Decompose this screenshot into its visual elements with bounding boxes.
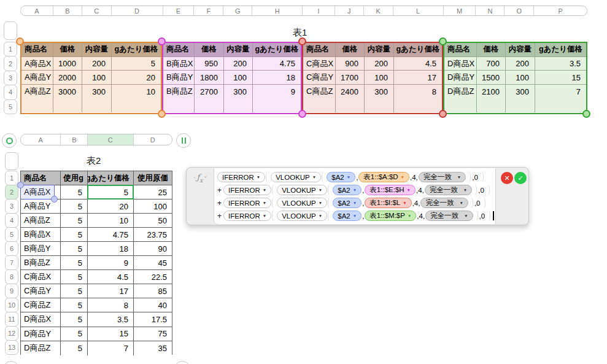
cell[interactable]: 200	[506, 57, 535, 71]
cell[interactable]: B商品Y	[163, 71, 195, 85]
cell[interactable]: 85	[134, 284, 172, 298]
cell[interactable]: 40	[134, 298, 172, 312]
cell[interactable]: B商品X	[21, 228, 61, 242]
row-number[interactable]: 10	[5, 298, 18, 312]
formula-input-area[interactable]: IFERROR▼ VLOOKUP▼ $A2▼ , 表1::$A:$D▼ ,4, …	[214, 168, 496, 224]
cell[interactable]: 5	[61, 341, 88, 355]
column-letter[interactable]: H	[252, 6, 302, 15]
cell[interactable]: B商品Y	[21, 242, 61, 256]
cell-reference-token[interactable]: $A2▼	[333, 185, 361, 195]
cell[interactable]: 2400	[336, 85, 365, 99]
cell[interactable]: 900	[336, 57, 365, 71]
column-letter[interactable]: N	[475, 6, 504, 15]
cell[interactable]: A商品Z	[21, 214, 61, 228]
column-letter[interactable]: D	[133, 134, 172, 145]
cell[interactable]: B商品Z	[163, 85, 195, 99]
cell[interactable]: 17	[394, 71, 442, 85]
cell[interactable]: 5	[61, 298, 88, 312]
row-number[interactable]: 1	[5, 171, 18, 185]
cell[interactable]: 200	[224, 57, 253, 71]
cell[interactable]: 200	[365, 57, 394, 71]
cell[interactable]: 100	[134, 199, 172, 214]
cell[interactable]: D商品Z	[444, 85, 477, 99]
function-token[interactable]: VLOOKUP▼	[277, 185, 327, 195]
cell[interactable]: D商品X	[21, 312, 61, 327]
cell[interactable]: 4.75	[253, 57, 301, 71]
row-number[interactable]: 11	[5, 312, 18, 327]
cell[interactable]: 9	[88, 256, 134, 270]
function-token[interactable]: VLOOKUP▼	[277, 211, 327, 221]
cell[interactable]: 200	[82, 57, 112, 71]
cell[interactable]: 18	[253, 71, 301, 85]
cell-reference-token[interactable]: $A2▼	[333, 198, 361, 208]
cell[interactable]: 8	[88, 298, 134, 312]
cell-reference-token[interactable]: $A2▼	[327, 172, 355, 182]
formula-line-1[interactable]: IFERROR▼ VLOOKUP▼ $A2▼ , 表1::$A:$D▼ ,4, …	[217, 171, 495, 184]
cell[interactable]: C商品Y	[21, 284, 61, 298]
row-number[interactable]: 5	[4, 99, 17, 114]
column-letter[interactable]: I	[302, 6, 334, 15]
function-token[interactable]: IFERROR▼	[223, 211, 271, 221]
column-letter[interactable]: D	[111, 6, 163, 15]
cell[interactable]: A商品Y	[21, 71, 53, 85]
range-reference-token[interactable]: 表1::$I:$L▼	[365, 198, 411, 208]
cell[interactable]: 18	[88, 242, 134, 256]
table1-row-gutter[interactable]: 12345	[4, 42, 17, 114]
row-number[interactable]: 2	[4, 56, 17, 71]
cancel-button[interactable]: ✕	[501, 172, 513, 184]
column-letter[interactable]: K	[363, 6, 393, 15]
cell[interactable]: 23.75	[134, 228, 172, 242]
cell[interactable]: 5	[61, 199, 88, 214]
row-number[interactable]: 5	[5, 227, 18, 242]
cell[interactable]: 3.5	[88, 312, 134, 327]
cell[interactable]: 10	[112, 85, 161, 99]
cell[interactable]: 10	[88, 214, 134, 228]
column-letter[interactable]: L	[393, 6, 443, 15]
formula-line-3[interactable]: + IFERROR▼ VLOOKUP▼ $A2▼ , 表1::$I:$L▼ ,4…	[217, 196, 495, 209]
selection-handle-green[interactable]	[582, 110, 590, 118]
match-type-token[interactable]: 完全一致▼	[425, 185, 472, 195]
column-letter[interactable]: B	[60, 134, 87, 145]
cell[interactable]: 2700	[195, 85, 224, 99]
table1-group-c[interactable]: 商品名 価格 内容量 gあたり価格 C商品X 900 200 4.5 C商品Y …	[302, 42, 443, 114]
row-number[interactable]: 8	[5, 269, 18, 284]
cell[interactable]: 5	[112, 57, 161, 71]
table2-gutter-corner[interactable]	[5, 152, 18, 170]
function-token[interactable]: IFERROR▼	[223, 198, 271, 208]
column-letter[interactable]: C	[82, 6, 111, 15]
range-reference-token[interactable]: 表1::$M:$P▼	[365, 211, 416, 221]
row-number[interactable]: 7	[5, 255, 18, 270]
formula-editor[interactable]: · ƒx ˅ IFERROR▼ VLOOKUP▼ $A2▼ , 表1::$A:$…	[186, 167, 529, 225]
cell[interactable]: 3.5	[535, 57, 586, 71]
fx-menu[interactable]: · ƒx ˅	[187, 168, 214, 225]
cell[interactable]: 100	[82, 71, 112, 85]
row-number[interactable]: 13	[5, 340, 18, 355]
cell[interactable]: 90	[134, 242, 172, 256]
column-letter[interactable]: B	[53, 6, 82, 15]
cell[interactable]: 20	[112, 71, 161, 85]
column-letter[interactable]: G	[223, 6, 252, 15]
column-letter[interactable]: A	[21, 6, 53, 15]
cell[interactable]: B商品Z	[21, 256, 61, 270]
match-type-token[interactable]: 完全一致▼	[419, 172, 466, 182]
cell[interactable]: C商品X	[303, 57, 336, 71]
cell[interactable]: D商品Y	[21, 327, 61, 341]
row-number[interactable]: 3	[4, 71, 17, 85]
row-number[interactable]: 4	[5, 213, 18, 228]
cell[interactable]: 5	[61, 185, 88, 199]
cell[interactable]: 15	[88, 327, 134, 341]
pause-button[interactable]	[176, 133, 191, 148]
table2-select-all-button[interactable]	[2, 133, 17, 148]
cell[interactable]: 2000	[53, 71, 82, 85]
cell[interactable]: 17	[88, 284, 134, 298]
editing-cell-outline-c2[interactable]	[87, 185, 134, 199]
cell[interactable]: 20	[88, 199, 134, 214]
cell[interactable]: 5	[61, 228, 88, 242]
cell[interactable]: 7	[535, 85, 586, 99]
selection-handle-magenta[interactable]	[158, 37, 166, 45]
cell[interactable]: 3000	[53, 85, 82, 99]
add-row-button[interactable]	[3, 361, 19, 364]
cell-reference-token[interactable]: $A2▼	[333, 211, 361, 221]
cell[interactable]: C商品Y	[303, 71, 336, 85]
cell[interactable]: A商品Z	[21, 85, 53, 99]
